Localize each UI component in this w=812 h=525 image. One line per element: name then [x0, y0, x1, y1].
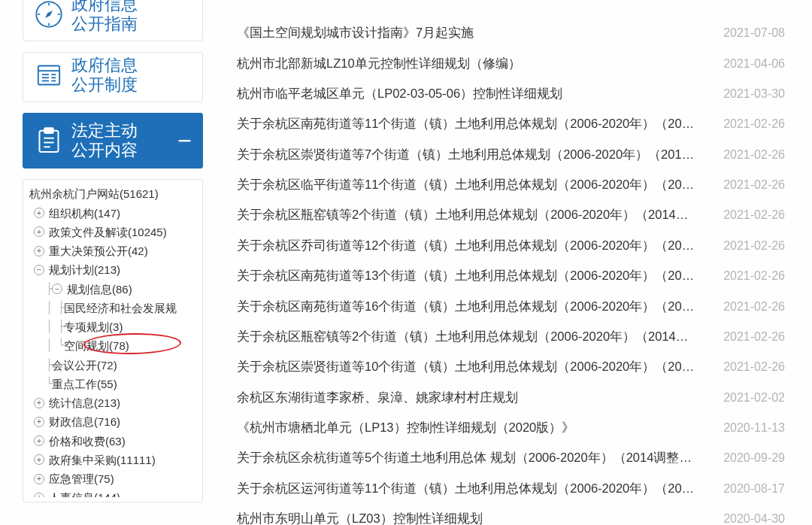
- article-link[interactable]: 关于余杭区瓶窑镇等2个街道（镇）土地利用总体规划（2006-2020年）（201…: [237, 207, 695, 223]
- article-date: 2020-11-13: [723, 421, 785, 435]
- expand-icon[interactable]: [34, 208, 44, 218]
- tree-item[interactable]: 政府集中采购(11111): [29, 451, 198, 469]
- tree-scroll[interactable]: 杭州余杭门户网站(51621)组织机构(147)政策文件及解读(10245)重大…: [23, 184, 202, 497]
- tree-label[interactable]: 国民经济和社会发展规: [64, 299, 177, 317]
- tree-item[interactable]: 组织机构(147): [29, 204, 198, 223]
- article-link[interactable]: 关于余杭区余杭街道等5个街道土地利用总体 规划（2006-2020年）（2014…: [237, 450, 695, 466]
- tree-item[interactable]: 政策文件及解读(10245): [29, 223, 198, 241]
- article-link[interactable]: 《杭州市塘栖北单元（LP13）控制性详细规划（2020版）》: [237, 420, 574, 436]
- article-date: 2021-02-26: [723, 148, 785, 162]
- article-link[interactable]: 杭州市东明山单元（LZ03）控制性详细规划: [237, 511, 483, 525]
- tree-label[interactable]: 专项规划(3): [64, 318, 123, 335]
- list-row: 杭州市临平老城区单元（LP02-03-05-06）控制性详细规划2021-03-…: [237, 79, 785, 109]
- tree-panel: 杭州余杭门户网站(51621)组织机构(147)政策文件及解读(10245)重大…: [23, 179, 203, 502]
- tree-item[interactable]: 应急管理(75): [29, 469, 198, 488]
- tree-label[interactable]: 规划计划(213): [49, 261, 120, 278]
- tree-connector: ├: [46, 357, 52, 374]
- article-link[interactable]: 杭州市北部新城LZ10单元控制性详细规划（修编）: [237, 56, 521, 72]
- list-row: 关于余杭区瓶窑镇等2个街道（镇）土地利用总体规划（2006-2020年）（201…: [237, 322, 785, 352]
- tree-label[interactable]: 政府集中采购(11111): [49, 451, 156, 469]
- article-link[interactable]: 关于余杭区南苑街道等11个街道（镇）土地利用总体规划（2006-2020年）（2…: [237, 116, 695, 132]
- article-link[interactable]: 关于余杭区乔司街道等12个街道（镇）土地利用总体规划（2006-2020年）（2…: [237, 238, 695, 254]
- tree-item[interactable]: 重大决策预公开(42): [29, 241, 198, 260]
- list-row: 关于余杭区南苑街道等16个街道（镇）土地利用总体规划（2006-2020年）（2…: [237, 291, 785, 321]
- expand-icon[interactable]: [34, 454, 44, 465]
- tree-label[interactable]: 规划信息(86): [67, 281, 132, 298]
- tree-item[interactable]: ├ 规划信息(86): [29, 280, 198, 299]
- tree-item[interactable]: 统计信息(213): [29, 393, 198, 412]
- tree-item[interactable]: ├ 会议公开(72): [29, 356, 198, 375]
- tree-label[interactable]: 重点工作(55): [52, 375, 117, 393]
- tree-connector: │ ├: [46, 299, 64, 317]
- article-link[interactable]: 关于余杭区崇贤街道等10个街道（镇）土地利用总体规划（2006-2020年）（2…: [237, 359, 695, 375]
- tree-label[interactable]: 价格和收费(63): [49, 432, 126, 450]
- article-link[interactable]: 杭州市临平老城区单元（LP02-03-05-06）控制性详细规划: [237, 86, 562, 102]
- expand-icon[interactable]: [34, 493, 44, 497]
- tree-label[interactable]: 重大决策预公开(42): [49, 242, 148, 259]
- tree-connector: ├: [46, 281, 52, 298]
- tree-item[interactable]: 杭州余杭门户网站(51621): [29, 184, 198, 203]
- sidebar: 政府信息 公开指南 政府信息 公开制度: [0, 0, 214, 525]
- compass-icon: [34, 0, 64, 29]
- article-link[interactable]: 关于余杭区南苑街道等16个街道（镇）土地利用总体规划（2006-2020年）（2…: [237, 299, 695, 315]
- expand-icon[interactable]: [34, 246, 44, 256]
- tree-item[interactable]: │ ├ 专项规划(3): [29, 317, 198, 336]
- article-date: 2020-09-29: [723, 451, 785, 465]
- article-date: 2021-02-26: [723, 269, 785, 283]
- list-row: 杭州市东明山单元（LZ03）控制性详细规划2020-04-30: [237, 504, 785, 525]
- article-link[interactable]: 关于余杭区南苑街道等13个街道（镇）土地利用总体规划（2006-2020年）（2…: [237, 268, 695, 284]
- tree-item[interactable]: 规划计划(213): [29, 260, 198, 279]
- tree-label[interactable]: 组织机构(147): [49, 205, 120, 222]
- list-row: 关于余杭区崇贤街道等10个街道（镇）土地利用总体规划（2006-2020年）（2…: [237, 352, 785, 382]
- card-legal-active[interactable]: 法定主动 公开内容 −: [23, 113, 203, 169]
- clipboard-icon: [34, 126, 64, 156]
- expand-icon[interactable]: [34, 417, 44, 427]
- card-label: 法定主动 公开内容: [71, 121, 138, 161]
- article-date: 2021-07-08: [723, 26, 785, 40]
- tree-label[interactable]: 人事信息(144): [49, 489, 120, 497]
- article-link[interactable]: 关于余杭区运河街道等11个街道（镇）土地利用总体规划（2006-2020年）（2…: [237, 481, 695, 497]
- tree-item[interactable]: 人事信息(144): [29, 488, 198, 497]
- tree-label[interactable]: 政策文件及解读(10245): [49, 223, 167, 241]
- article-link[interactable]: 《国土空间规划城市设计指南》7月起实施: [237, 25, 474, 41]
- tree-label[interactable]: 会议公开(72): [52, 357, 117, 374]
- tree-connector: │ └: [46, 337, 64, 354]
- collapse-icon[interactable]: [34, 265, 44, 275]
- tree-item[interactable]: │ ├ 国民经济和社会发展规: [29, 299, 198, 317]
- expand-icon[interactable]: [34, 474, 44, 484]
- article-date: 2021-02-26: [723, 208, 785, 222]
- tree-connector: │ ├: [46, 318, 64, 335]
- list-row: 关于余杭区运河街道等11个街道（镇）土地利用总体规划（2006-2020年）（2…: [237, 474, 785, 504]
- article-link[interactable]: 关于余杭区崇贤街道等7个街道（镇）土地利用总体规划（2006-2020年）（20…: [237, 147, 695, 163]
- list-row: 关于余杭区南苑街道等11个街道（镇）土地利用总体规划（2006-2020年）（2…: [237, 109, 785, 139]
- card-info-guide[interactable]: 政府信息 公开指南: [23, 0, 203, 41]
- tree-item[interactable]: 财政信息(716): [29, 412, 198, 431]
- list-row: 《国土空间规划城市设计指南》7月起实施2021-07-08: [237, 18, 785, 48]
- expand-icon[interactable]: [34, 398, 44, 408]
- list-row: 《杭州市塘栖北单元（LP13）控制性详细规划（2020版）》2020-11-13: [237, 413, 785, 443]
- tree-item[interactable]: │ └ 空间规划(78): [29, 336, 198, 355]
- article-date: 2021-02-26: [723, 300, 785, 314]
- collapse-icon[interactable]: [52, 284, 62, 294]
- tree-label[interactable]: 空间规划(78): [64, 337, 129, 354]
- minus-icon: −: [177, 135, 192, 147]
- expand-icon[interactable]: [34, 226, 44, 237]
- tree-item[interactable]: 价格和收费(63): [29, 432, 198, 451]
- list-row: 余杭区东湖街道李家桥、泉漳、姚家埭村村庄规划2021-02-02: [237, 383, 785, 413]
- article-link[interactable]: 关于余杭区瓶窑镇等2个街道（镇）土地利用总体规划（2006-2020年）（201…: [237, 329, 695, 345]
- tree-label[interactable]: 杭州余杭门户网站(51621): [29, 185, 159, 202]
- tree-item[interactable]: └ 重点工作(55): [29, 375, 198, 393]
- article-date: 2021-03-30: [723, 87, 785, 101]
- card-info-system[interactable]: 政府信息 公开制度: [23, 52, 203, 102]
- tree-label[interactable]: 应急管理(75): [49, 470, 114, 487]
- content-list: 《国土空间规划城市设计指南》7月起实施2021-07-08杭州市北部新城LZ10…: [214, 0, 812, 525]
- article-link[interactable]: 关于余杭区临平街道等11个街道（镇）土地利用总体规划（2006-2020年）（2…: [237, 177, 695, 193]
- expand-icon[interactable]: [34, 435, 44, 446]
- tree-label[interactable]: 财政信息(716): [49, 413, 120, 430]
- article-link[interactable]: 余杭区东湖街道李家桥、泉漳、姚家埭村村庄规划: [237, 390, 518, 406]
- tree-label[interactable]: 统计信息(213): [49, 394, 120, 411]
- article-date: 2020-04-30: [723, 512, 785, 525]
- article-date: 2021-04-06: [723, 57, 785, 71]
- list-row: 关于余杭区瓶窑镇等2个街道（镇）土地利用总体规划（2006-2020年）（201…: [237, 200, 785, 230]
- article-date: 2021-02-26: [723, 178, 785, 192]
